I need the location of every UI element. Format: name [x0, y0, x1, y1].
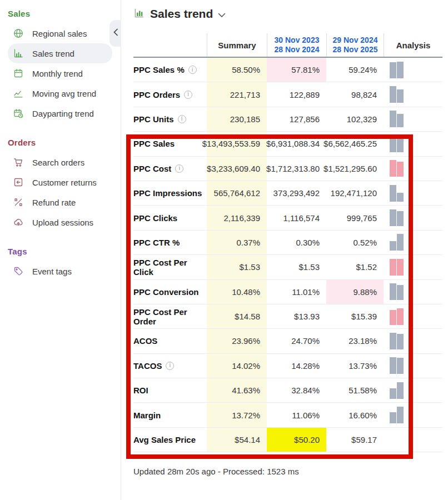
- metric-name-cell: Margin: [133, 403, 207, 427]
- sidebar-item-monthly-trend[interactable]: Monthly trend: [8, 63, 112, 83]
- analysis-cell: [384, 206, 442, 229]
- mini-bar-chart: [390, 234, 404, 251]
- period1-value-cell: 11.06%: [267, 403, 326, 427]
- metric-name-cell: PPC Sales: [133, 132, 207, 156]
- info-icon[interactable]: i: [175, 164, 183, 173]
- metric-name: ROI: [133, 386, 148, 395]
- summary-value-cell: 13.72%: [207, 403, 267, 427]
- column-header-period2[interactable]: 29 Nov 2024 28 Nov 2025: [326, 33, 384, 57]
- mini-bar-chart: [390, 136, 404, 152]
- metric-name: TACOS: [133, 361, 162, 371]
- period2-value-cell: $1,521,295.60: [326, 157, 384, 181]
- table-row: PPC Clicks2,116,3391,116,574999,765: [133, 206, 442, 230]
- sidebar-section-title: Tags: [8, 247, 121, 256]
- mini-bar: [390, 388, 396, 399]
- sidebar-section-title: Orders: [8, 138, 121, 147]
- column-header-summary: Summary: [207, 33, 267, 57]
- metric-name: Margin: [133, 411, 161, 420]
- percent-icon: [13, 197, 24, 208]
- globe-icon: [13, 28, 24, 39]
- mini-bar: [390, 136, 396, 152]
- info-icon[interactable]: i: [188, 66, 197, 74]
- metric-name-cell: TACOSi: [133, 354, 207, 378]
- mini-bar-chart: [390, 308, 404, 325]
- analysis-cell: [384, 280, 442, 304]
- mini-bar-chart: [390, 209, 404, 226]
- period1-value-cell: 14.28%: [267, 354, 326, 378]
- period2-value-cell: 999,765: [326, 206, 384, 229]
- table-row: ROI41.63%32.84%51.58%: [133, 378, 442, 403]
- summary-value-cell: $13,493,553.59: [207, 132, 267, 156]
- sidebar-item-search-orders[interactable]: Search orders: [8, 152, 112, 172]
- mini-bar: [390, 310, 396, 325]
- bar-chart-icon: [133, 7, 145, 21]
- main-content: Sales trend Summary 30 Nov 2023 28 Nov 2…: [122, 0, 448, 500]
- summary-value-cell: 14.02%: [207, 354, 267, 378]
- metric-name: PPC Cost: [133, 164, 171, 173]
- mini-bar: [397, 382, 404, 399]
- period2-value-cell: 59.24%: [326, 58, 384, 82]
- cloud-upload-icon: [13, 217, 24, 228]
- period1-value-cell: 1,116,574: [267, 206, 326, 229]
- mini-bar: [397, 136, 404, 152]
- table-row: PPC Conversion10.48%11.01%9.88%: [133, 280, 442, 304]
- analysis-cell: [384, 329, 442, 353]
- period2-value-cell: 98,824: [326, 82, 384, 106]
- mini-bar: [390, 62, 396, 78]
- summary-value-cell: 10.48%: [207, 280, 267, 304]
- period1-value-cell: 11.01%: [267, 280, 326, 304]
- table-row: PPC Impressions565,764,612373,293,492192…: [133, 181, 442, 206]
- table-row: TACOSi14.02%14.28%13.73%: [133, 354, 442, 378]
- sidebar: SalesRegional salesSales trendMonthly tr…: [0, 0, 121, 500]
- mini-bar-chart: [390, 185, 404, 202]
- sidebar-item-customer-returns[interactable]: Customer returns: [8, 172, 112, 192]
- mini-bar-chart: [390, 333, 404, 349]
- mini-bar: [397, 259, 404, 276]
- table-row: PPC Sales$13,493,553.59$6,931,088.34$6,5…: [133, 132, 442, 156]
- metric-name: PPC Cost Per Order: [133, 307, 207, 326]
- chevron-down-icon[interactable]: [218, 13, 226, 18]
- table-row: PPC Sales %i58.50%57.81%59.24%: [133, 58, 442, 82]
- column-header-period1[interactable]: 30 Nov 2023 28 Nov 2024: [267, 33, 326, 57]
- summary-value-cell: 565,764,612: [207, 181, 267, 205]
- return-arrow-icon: [13, 177, 24, 188]
- metric-name-cell: ACOS: [133, 329, 207, 353]
- sidebar-item-label: Upload sessions: [32, 218, 93, 227]
- mini-bar: [397, 62, 404, 78]
- period2-value-cell: 16.60%: [326, 403, 384, 427]
- data-table: Summary 30 Nov 2023 28 Nov 2024 29 Nov 2…: [133, 33, 442, 452]
- summary-value-cell: $3,233,609.40: [207, 157, 267, 181]
- info-icon[interactable]: i: [178, 115, 186, 123]
- metric-name: PPC Impressions: [133, 188, 202, 198]
- sidebar-item-refund-rate[interactable]: Refund rate: [8, 192, 112, 212]
- sidebar-item-event-tags[interactable]: Event tags: [8, 261, 112, 281]
- period1-value-cell: $13.93: [267, 304, 326, 328]
- mini-bar: [390, 283, 396, 300]
- period2-value-cell: $15.39: [326, 304, 384, 328]
- info-icon[interactable]: i: [184, 91, 192, 99]
- metric-name-cell: ROI: [133, 378, 207, 402]
- info-icon[interactable]: i: [166, 362, 174, 370]
- sidebar-collapse-button[interactable]: [109, 20, 121, 47]
- metric-name: PPC Sales %: [133, 65, 185, 74]
- calendar-clock-icon: [13, 108, 24, 119]
- metric-name: PPC Units: [133, 114, 174, 124]
- mini-bar: [390, 185, 396, 202]
- sidebar-item-sales-trend[interactable]: Sales trend: [8, 43, 112, 63]
- sidebar-item-dayparting-trend[interactable]: Dayparting trend: [8, 103, 112, 123]
- mini-bar: [397, 234, 404, 251]
- sidebar-item-moving-avg-trend[interactable]: Moving avg trend: [8, 83, 112, 103]
- period1-value-cell: 0.30%: [267, 231, 326, 254]
- table-row: Margin13.72%11.06%16.60%: [133, 403, 442, 427]
- metric-name-cell: PPC CTR %: [133, 231, 207, 254]
- mini-bar: [390, 111, 396, 127]
- metric-name: PPC Orders: [133, 90, 180, 99]
- page-title: Sales trend: [150, 7, 213, 21]
- period1-value-cell: $1.53: [267, 255, 326, 279]
- mini-bar: [397, 89, 404, 103]
- mini-bar-chart: [390, 111, 404, 127]
- sidebar-item-upload-sessions[interactable]: Upload sessions: [8, 212, 112, 232]
- column-header-analysis: Analysis: [384, 33, 442, 57]
- mini-bar-chart: [390, 259, 404, 276]
- sidebar-item-regional-sales[interactable]: Regional sales: [8, 23, 112, 43]
